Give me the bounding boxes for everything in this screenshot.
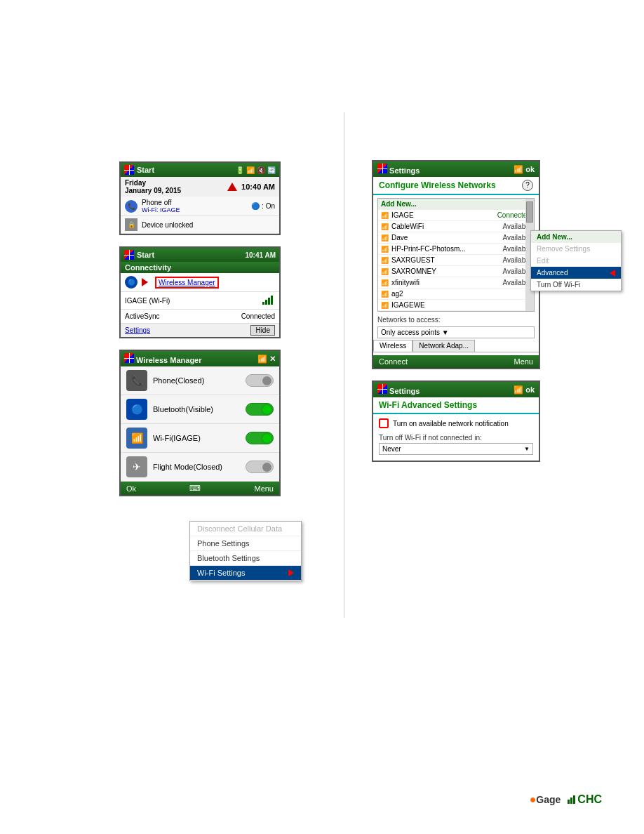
igage-wifi-label: IGAGE (Wi-Fi) [125, 297, 170, 305]
net-name-dave: Dave [391, 234, 408, 241]
phone-toggle[interactable] [246, 374, 274, 387]
add-new-item[interactable]: Add New... [378, 199, 534, 210]
day-label-1: Friday [125, 179, 181, 187]
settings-link[interactable]: Settings [125, 326, 150, 334]
network-item-igagewe[interactable]: 📶 IGAGEWE [378, 300, 534, 311]
scroll-thumb[interactable] [526, 201, 533, 223]
dropdown-turn-off[interactable]: Turn Off Wi-Fi [531, 279, 621, 291]
vertical-divider [344, 112, 344, 618]
access-dropdown-arrow: ▼ [442, 329, 449, 336]
settings-title-label-1: Settings [389, 166, 420, 175]
settings-bottombar-1: Connect Menu [373, 355, 539, 368]
dropdown-add-new[interactable]: Add New... [531, 231, 621, 243]
dropdown-edit[interactable]: Edit [531, 255, 621, 267]
net-name-cablewifi: CableWiFi [391, 223, 424, 230]
hide-button[interactable]: Hide [250, 325, 275, 336]
network-item-saxrguest[interactable]: 📶 SAXRGUEST Available [378, 255, 534, 266]
igage-wifi-row: IGAGE (Wi-Fi) [121, 292, 279, 310]
settings-menu-btn[interactable]: Menu [514, 357, 533, 366]
phone-icon-1: 📞 [125, 200, 137, 213]
signal-bars-1 [262, 295, 275, 306]
wm-title-icons: 📶 ✕ [257, 355, 276, 364]
network-item-xfinity[interactable]: 📶 xfinitywifi Available [378, 277, 534, 289]
net-name-saxrguest: SAXRGUEST [391, 256, 435, 264]
settings-icons-1: 📶 ok [514, 165, 535, 174]
network-item-saxromney[interactable]: 📶 SAXROMNEY Available [378, 266, 534, 277]
signal-bar-3 [573, 795, 575, 804]
settings-win-logo-2 [377, 384, 387, 394]
wm-flight-item: ✈ Flight Mode(Closed) [121, 453, 279, 482]
settings-header-1: Configure Wireless Networks ? [373, 177, 539, 195]
bluetooth-toggle[interactable] [246, 403, 274, 416]
wifi-settings-arrow [288, 569, 294, 576]
signal-icon-1: 🔋 [236, 166, 244, 174]
network-item-cablewifi[interactable]: 📶 CableWiFi Available [378, 221, 534, 232]
wm-wifi-item: 📶 Wi-Fi(IGAGE) [121, 424, 279, 453]
help-button-1[interactable]: ? [522, 180, 533, 191]
tab-network-adapter[interactable]: Network Adap... [412, 340, 475, 352]
device-status-label: Device unlocked [142, 221, 193, 229]
settings-signal-1: 📶 [514, 165, 523, 173]
wm-wifi-label: Wi-Fi(IGAGE) [153, 434, 240, 442]
wifi-toggle[interactable] [246, 432, 274, 444]
svg-rect-1 [265, 300, 267, 305]
wm-phone-icon: 📞 [126, 370, 147, 391]
wm-bluetooth-label: Bluetooth(Visible) [153, 405, 240, 413]
time-label-1: 10:40 AM [241, 183, 275, 191]
context-item-wifi[interactable]: Wi-Fi Settings [190, 566, 301, 581]
wm-titlebar: Wireless Manager 📶 ✕ [121, 351, 279, 366]
phone-row-1: 📞 Phone off Wi-Fi: IGAGE 🔵 : On [121, 197, 279, 216]
dropdown-remove[interactable]: Remove Settings [531, 243, 621, 255]
wifi-notification-label: Turn on available network notification [393, 420, 509, 428]
wifi-adv-title: Wi-Fi Advanced Settings [373, 397, 539, 414]
wm-flight-icon: ✈ [126, 456, 147, 477]
network-list-inner: Add New... 📶 IGAGE Connected 📶 CableWiFi… [378, 199, 534, 311]
device-unlocked-row: 🔒 Device unlocked [121, 216, 279, 234]
sound-icon-1: 🔇 [257, 166, 265, 174]
windows-logo-2 [124, 250, 134, 260]
wm-signal-icon: 📶 [257, 355, 267, 363]
context-item-bluetooth[interactable]: Bluetooth Settings [190, 551, 301, 566]
net-signal-igagewe: 📶 [381, 302, 389, 309]
wifi-dropdown-arrow: ▼ [524, 446, 530, 452]
wifi-turn-off-label: Turn off Wi-Fi if not connected in: [373, 432, 539, 443]
wm-wifi-icon: 📶 [126, 428, 147, 449]
settings-ok-1[interactable]: ok [525, 165, 535, 173]
time-2: 10:41 AM [245, 251, 276, 259]
activesync-row: ActiveSync Connected [121, 310, 279, 324]
network-item-hp[interactable]: 📶 HP-Print-FC-Photosm... Available [378, 244, 534, 255]
wm-menu-btn[interactable]: Menu [254, 484, 274, 493]
chc-text: CHC [577, 793, 602, 806]
flight-toggle[interactable] [246, 461, 274, 473]
net-name-xfinity: xfinitywifi [391, 279, 420, 286]
net-name-hp: HP-Print-FC-Photosm... [391, 245, 466, 253]
activesync-status: Connected [241, 312, 275, 320]
network-item-igage[interactable]: 📶 IGAGE Connected [378, 210, 534, 221]
titlebar-2: Start 10:41 AM [121, 248, 279, 262]
connectivity-header: Connectivity [121, 262, 279, 273]
right-column: Settings 📶 ok Configure Wireless Network… [372, 160, 540, 462]
bluetooth-label-1: 🔵 : On [251, 202, 275, 210]
context-item-disconnect[interactable]: Disconnect Cellular Data [190, 522, 301, 536]
settings-titlebar-1: Settings 📶 ok [373, 161, 539, 177]
context-item-phone[interactable]: Phone Settings [190, 536, 301, 551]
net-signal-saxrguest: 📶 [381, 257, 389, 264]
net-name-igage: IGAGE [391, 211, 414, 219]
network-item-ag2[interactable]: 📶 ag2 [378, 289, 534, 300]
wireless-manager-link[interactable]: Wireless Manager [155, 277, 219, 289]
wm-ok-btn[interactable]: Ok [126, 484, 136, 493]
settings-tabs: Wireless Network Adap... [373, 340, 539, 352]
date-col-1: Friday January 09, 2015 [125, 179, 181, 194]
dropdown-advanced[interactable]: Advanced [531, 267, 621, 279]
network-item-dave[interactable]: 📶 Dave Available [378, 232, 534, 244]
tab-wireless[interactable]: Wireless [373, 340, 412, 352]
wifi-notification-checkbox[interactable] [379, 418, 389, 428]
net-signal-ag2: 📶 [381, 291, 389, 298]
connect-btn[interactable]: Connect [379, 357, 408, 366]
wifi-turn-off-dropdown[interactable]: Never ▼ [379, 443, 533, 455]
access-points-dropdown[interactable]: Only access points ▼ [377, 326, 535, 338]
svg-rect-2 [268, 298, 270, 305]
wireless-manager-row: 🔵 Wireless Manager [121, 273, 279, 292]
chc-logo: CHC [568, 793, 602, 806]
settings-ok-2[interactable]: ok [525, 385, 535, 394]
